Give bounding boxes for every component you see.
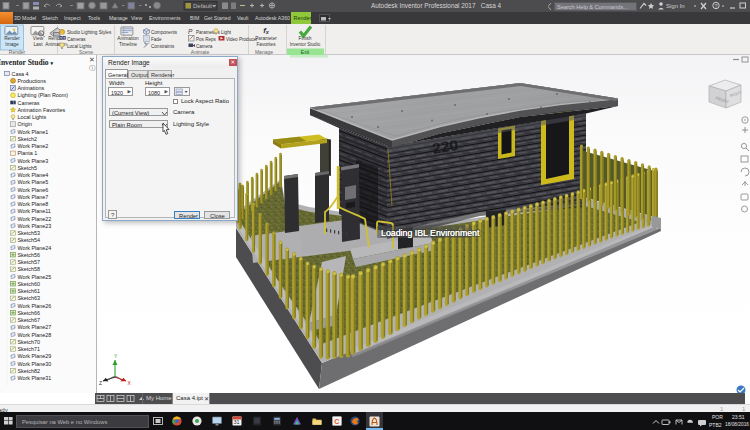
svg-text:Loading IBL Environment: Loading IBL Environment: [381, 228, 480, 238]
svg-text:Z: Z: [99, 380, 102, 386]
svg-text:Fade: Fade: [151, 37, 162, 42]
svg-text:Origin: Origin: [18, 121, 32, 127]
svg-text:Sketch63: Sketch63: [18, 295, 40, 301]
svg-text:31: 31: [234, 419, 240, 425]
svg-text:Animation Favorites: Animation Favorites: [18, 107, 66, 113]
svg-text:Planta 1: Planta 1: [18, 150, 38, 156]
svg-text:Lighting (Plan Room): Lighting (Plan Room): [18, 92, 69, 98]
svg-text:Work Plane11: Work Plane11: [18, 208, 51, 214]
svg-text:Work Plane29: Work Plane29: [18, 353, 52, 359]
svg-text:fx: fx: [263, 26, 270, 35]
svg-text:Video Producer: Video Producer: [226, 37, 258, 42]
svg-text:Last: Last: [33, 42, 43, 47]
svg-text:Manage: Manage: [255, 49, 273, 55]
svg-text:Animation: Animation: [117, 36, 139, 41]
svg-text:Sketch66: Sketch66: [18, 310, 40, 316]
svg-text:Image: Image: [5, 42, 19, 47]
svg-text:Work Plane23: Work Plane23: [18, 223, 52, 229]
svg-text:Sketch57: Sketch57: [18, 259, 40, 265]
svg-text:Light: Light: [221, 30, 232, 35]
svg-text:Animate: Animate: [191, 49, 210, 55]
svg-text:Work Plane27: Work Plane27: [18, 324, 52, 330]
svg-text:Sketch2: Sketch2: [18, 136, 37, 142]
svg-text:Casa 4: Casa 4: [12, 71, 29, 77]
svg-text:C: C: [334, 418, 339, 425]
svg-text:Sketch60: Sketch60: [18, 281, 40, 287]
svg-text:Sketch61: Sketch61: [18, 288, 40, 294]
svg-text:Sketch56: Sketch56: [18, 252, 40, 258]
svg-text:Finish: Finish: [299, 36, 312, 41]
svg-text:Sketch53: Sketch53: [18, 230, 40, 236]
svg-text:Work Plane26: Work Plane26: [18, 303, 52, 309]
svg-text:Constraints: Constraints: [151, 44, 175, 49]
svg-text:Work Plane25: Work Plane25: [18, 274, 52, 280]
svg-text:Render: Render: [4, 36, 20, 41]
svg-text:Productions: Productions: [18, 78, 47, 84]
svg-text:Sketch82: Sketch82: [18, 368, 40, 374]
svg-text:Cameras: Cameras: [67, 37, 86, 42]
svg-text:Parameter: Parameter: [255, 36, 277, 41]
svg-text:Studio Lighting Styles: Studio Lighting Styles: [67, 30, 112, 35]
svg-text:Favorites: Favorites: [257, 42, 277, 47]
svg-text:Default: Default: [193, 3, 212, 9]
svg-text:Sketch58: Sketch58: [18, 266, 40, 272]
svg-text:Sign In: Sign In: [666, 3, 685, 9]
svg-text:Components: Components: [151, 30, 178, 35]
svg-text:Local Lights: Local Lights: [18, 114, 47, 120]
svg-text:Work Plane6: Work Plane6: [18, 187, 49, 193]
svg-text:Sketch54: Sketch54: [18, 237, 40, 243]
svg-text:Cameras: Cameras: [18, 100, 40, 106]
svg-text:Timeline: Timeline: [119, 42, 137, 47]
svg-text:Work Plane30: Work Plane30: [18, 361, 52, 367]
svg-text:Render: Render: [9, 49, 26, 55]
svg-text:Inventor Studio: Inventor Studio: [290, 42, 321, 47]
svg-text:Pos Reps: Pos Reps: [196, 37, 217, 42]
svg-text:Scene: Scene: [79, 49, 93, 55]
svg-text:P: P: [188, 28, 193, 35]
svg-text:Work Plane7: Work Plane7: [18, 194, 49, 200]
svg-text:Exit: Exit: [301, 49, 310, 55]
svg-text:Work Plane22: Work Plane22: [18, 216, 52, 222]
svg-text:Work Plane3: Work Plane3: [18, 158, 49, 164]
svg-text:Work Plane24: Work Plane24: [18, 245, 52, 251]
svg-text:Sketch67: Sketch67: [18, 317, 40, 323]
svg-text:Work Plane8: Work Plane8: [18, 201, 49, 207]
svg-text:Work Plane31: Work Plane31: [18, 375, 52, 381]
svg-text:Sketch71: Sketch71: [18, 346, 40, 352]
svg-text:Work Plane2: Work Plane2: [18, 143, 49, 149]
svg-text:Sketch70: Sketch70: [18, 339, 40, 345]
svg-text:View: View: [33, 36, 44, 41]
svg-text:Animations: Animations: [18, 85, 45, 91]
svg-text:Sketch5: Sketch5: [18, 165, 37, 171]
svg-text:Work Plane28: Work Plane28: [18, 332, 52, 338]
svg-text:?: ?: [715, 3, 718, 9]
svg-text:Work Plane5: Work Plane5: [18, 179, 49, 185]
svg-text:Work Plane1: Work Plane1: [18, 129, 49, 135]
svg-text:Work Plane4: Work Plane4: [18, 172, 49, 178]
